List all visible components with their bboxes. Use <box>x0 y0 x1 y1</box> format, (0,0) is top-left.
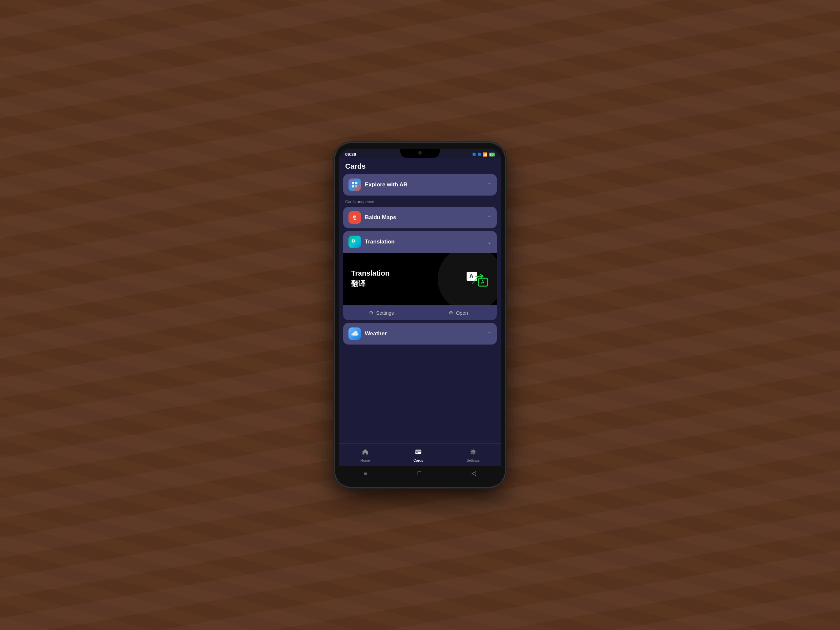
svg-rect-2 <box>352 185 354 187</box>
card-explore-ar-header[interactable]: Explore with AR ⌃ <box>343 174 497 196</box>
svg-text:A: A <box>353 240 355 243</box>
scroll-area[interactable]: Explore with AR ⌃ Cards unopened <box>339 174 501 443</box>
svg-text:du: du <box>354 216 356 218</box>
translation-expanded-panel: Translation 翻译 A <box>343 253 497 305</box>
home-nav-icon <box>362 448 369 457</box>
bluetooth-icon: 🔵 <box>472 153 476 156</box>
signal-icon: 📶 <box>483 152 488 157</box>
ar-icon <box>349 178 361 191</box>
cloud-icon: ☁️ <box>351 330 359 338</box>
status-icons: 🔵 🔵 📶 5G <box>472 152 495 157</box>
card-baidu-maps: du Baidu Maps ⌃ <box>343 207 497 228</box>
weather-icon: ☁️ <box>349 327 361 340</box>
wifi-icon: 🔵 <box>477 153 482 156</box>
card-header-left: Explore with AR <box>349 178 407 191</box>
notch <box>400 148 440 158</box>
card-translation-header-left: A Translation <box>349 235 395 248</box>
card-baidu-maps-title: Baidu Maps <box>365 214 396 221</box>
svg-rect-3 <box>355 185 357 187</box>
card-weather-header-left: ☁️ Weather <box>349 327 387 340</box>
ar-svg-icon <box>351 181 358 188</box>
translation-arrows-logo: A A <box>466 269 489 289</box>
svg-text:A: A <box>469 273 474 279</box>
cards-unopened-label: Cards unopened <box>339 198 501 207</box>
home-nav-label: Home <box>360 458 370 462</box>
card-weather-title: Weather <box>365 330 387 337</box>
card-translation-title: Translation <box>365 238 395 245</box>
phone-screen: 09:39 Orange F 🔵 🔵 📶 5G Cards <box>339 148 501 482</box>
network-badge: 5G <box>489 153 495 156</box>
baidu-svg-icon: du <box>351 214 358 221</box>
translation-svg-icon: A <box>351 238 358 245</box>
card-baidu-maps-header[interactable]: du Baidu Maps ⌃ <box>343 207 497 228</box>
card-baidu-header-left: du Baidu Maps <box>349 211 396 224</box>
bottom-nav: Home Cards <box>339 443 501 466</box>
phone-device: 09:39 Orange F 🔵 🔵 📶 5G Cards <box>335 143 505 487</box>
cards-nav-label: Cards <box>414 458 423 462</box>
card-translation-header[interactable]: A Translation ⌄ <box>343 231 497 253</box>
svg-text:A: A <box>481 279 484 284</box>
settings-button-label: Settings <box>376 310 394 316</box>
android-menu-icon[interactable]: ≡ <box>364 470 368 477</box>
translation-english-text: Translation <box>351 269 390 278</box>
open-circle-icon: ⊕ <box>449 310 453 316</box>
settings-nav-icon <box>469 448 477 457</box>
chevron-up-icon: ⌃ <box>487 182 491 188</box>
settings-circle-icon: ⊙ <box>369 310 373 316</box>
baidu-icon-inner: du <box>349 211 361 224</box>
translation-actions: ⊙ Settings ⊕ Open <box>343 305 497 320</box>
settings-nav-label: Settings <box>467 458 480 462</box>
chevron-up-baidu-icon: ⌃ <box>487 215 491 221</box>
translation-icon: A <box>349 235 361 248</box>
svg-rect-13 <box>415 450 421 452</box>
translation-text-block: Translation 翻译 <box>351 269 390 289</box>
status-bar: 09:39 Orange F 🔵 🔵 📶 5G <box>339 148 501 158</box>
translation-arrows-svg: A A <box>466 269 489 291</box>
page-title: Cards <box>339 158 501 174</box>
phone-body: 09:39 Orange F 🔵 🔵 📶 5G Cards <box>335 143 505 487</box>
card-explore-ar: Explore with AR ⌃ <box>343 174 497 196</box>
translation-settings-button[interactable]: ⊙ Settings <box>343 305 420 320</box>
android-nav: ≡ □ ◁ <box>339 466 501 482</box>
camera-dot <box>418 151 422 155</box>
card-translation: A Translation ⌄ Translation 翻译 <box>343 231 497 320</box>
open-button-label: Open <box>456 310 468 316</box>
android-home-icon[interactable]: □ <box>418 470 421 477</box>
baidu-icon: du <box>349 211 361 224</box>
card-weather-header[interactable]: ☁️ Weather ⌃ <box>343 323 497 344</box>
nav-item-cards[interactable]: Cards <box>407 447 429 464</box>
status-time: 09:39 <box>345 152 356 157</box>
svg-rect-12 <box>415 450 421 454</box>
svg-rect-0 <box>352 182 354 184</box>
nav-item-settings[interactable]: Settings <box>460 447 486 464</box>
card-explore-ar-title: Explore with AR <box>365 182 407 188</box>
chevron-up-weather-icon: ⌃ <box>487 331 491 337</box>
svg-rect-14 <box>416 453 418 453</box>
screen-content: Cards <box>339 158 501 443</box>
translation-open-button[interactable]: ⊕ Open <box>420 305 497 320</box>
svg-rect-1 <box>355 182 357 184</box>
nav-item-home[interactable]: Home <box>354 447 376 464</box>
svg-point-15 <box>472 451 474 453</box>
chevron-down-translation-icon: ⌄ <box>487 239 491 245</box>
ar-icon-inner <box>349 178 361 191</box>
card-weather: ☁️ Weather ⌃ <box>343 323 497 344</box>
cards-nav-icon <box>415 448 422 457</box>
android-back-icon[interactable]: ◁ <box>472 469 476 477</box>
translation-chinese-text: 翻译 <box>351 279 390 289</box>
